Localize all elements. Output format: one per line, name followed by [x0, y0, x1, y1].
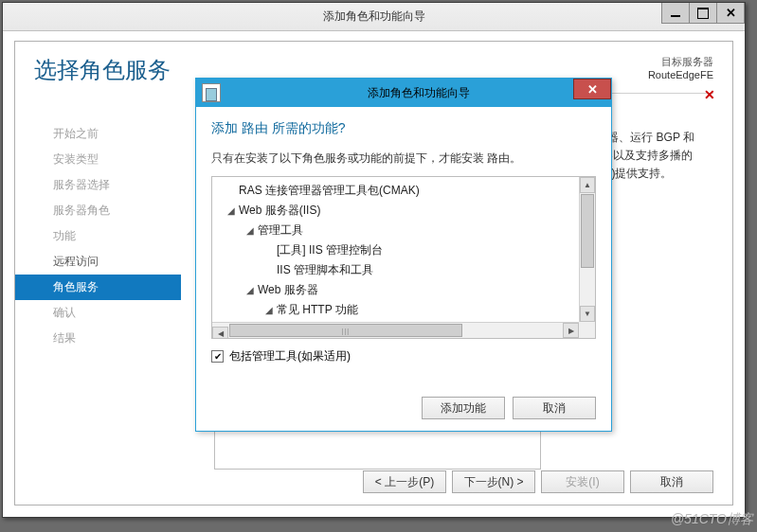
dialog-title: 添加角色和功能向导 — [226, 85, 611, 101]
dialog-description: 只有在安装了以下角色服务或功能的前提下，才能安装 路由。 — [211, 151, 596, 167]
sidebar-item-4[interactable]: 功能 — [15, 223, 181, 249]
tree-item-3[interactable]: [工具] IIS 管理控制台 — [216, 240, 575, 260]
prev-button[interactable]: < 上一步(P) — [363, 470, 446, 493]
dialog-cancel-button[interactable]: 取消 — [513, 397, 596, 419]
expand-icon[interactable]: ◢ — [227, 205, 237, 216]
add-features-dialog: 添加角色和功能向导 ✕ 添加 路由 所需的功能? 只有在安装了以下角色服务或功能… — [195, 78, 612, 432]
target-server-box: 目标服务器 RouteEdgeFE ✕ — [648, 55, 713, 80]
scroll-right-icon[interactable]: ▶ — [563, 323, 579, 338]
scroll-left-icon[interactable]: ◀ — [212, 327, 228, 340]
tree-item-6[interactable]: ◢常见 HTTP 功能 — [216, 300, 575, 320]
include-tools-checkbox[interactable]: ✔ — [211, 350, 224, 363]
expand-icon[interactable]: ◢ — [246, 225, 256, 236]
install-button[interactable]: 安装(I) — [541, 470, 624, 493]
dialog-buttons: 添加功能 取消 — [422, 397, 596, 419]
footer-buttons: < 上一步(P) 下一步(N) > 安装(I) 取消 — [363, 470, 713, 493]
maximize-button[interactable] — [689, 3, 717, 24]
tree-item-1[interactable]: ◢Web 服务器(IIS) — [216, 201, 575, 221]
tree-inner[interactable]: RAS 连接管理器管理工具包(CMAK)◢Web 服务器(IIS)◢管理工具[工… — [212, 177, 579, 322]
sidebar-item-8[interactable]: 结果 — [15, 326, 181, 351]
target-name: RouteEdgeFE — [648, 69, 713, 80]
sidebar-item-2[interactable]: 服务器选择 — [15, 172, 181, 198]
close-button[interactable]: ✕ — [716, 3, 745, 24]
next-button[interactable]: 下一步(N) > — [452, 470, 535, 493]
tree-item-5[interactable]: ◢Web 服务器 — [216, 280, 575, 300]
dialog-question: 添加 路由 所需的功能? — [211, 120, 596, 137]
tree-item-4[interactable]: IIS 管理脚本和工具 — [216, 260, 575, 280]
add-features-button[interactable]: 添加功能 — [422, 397, 505, 419]
vscroll-thumb[interactable] — [581, 194, 594, 268]
wizard-sidebar: 开始之前安装类型服务器选择服务器角色功能远程访问角色服务确认结果 — [15, 117, 181, 457]
scroll-down-icon[interactable]: ▼ — [580, 306, 595, 322]
dialog-body: 添加 路由 所需的功能? 只有在安装了以下角色服务或功能的前提下，才能安装 路由… — [196, 107, 611, 374]
scroll-up-icon[interactable]: ▲ — [580, 177, 595, 193]
include-tools-label: 包括管理工具(如果适用) — [229, 348, 351, 364]
sidebar-item-1[interactable]: 安装类型 — [15, 147, 181, 172]
tree-item-2[interactable]: ◢管理工具 — [216, 221, 575, 240]
sidebar-item-6[interactable]: 角色服务 — [15, 275, 181, 300]
dialog-icon — [202, 83, 221, 102]
outer-window-title: 添加角色和功能向导 — [3, 9, 745, 25]
minimize-button[interactable] — [661, 3, 690, 24]
expand-icon[interactable]: ◢ — [246, 285, 256, 295]
scroll-corner — [579, 322, 595, 338]
feature-tree: RAS 连接管理器管理工具包(CMAK)◢Web 服务器(IIS)◢管理工具[工… — [211, 176, 596, 339]
outer-titlebar[interactable]: 添加角色和功能向导 ✕ — [3, 3, 745, 31]
expand-icon[interactable]: ◢ — [265, 305, 275, 315]
sidebar-item-0[interactable]: 开始之前 — [15, 121, 181, 147]
include-tools-row[interactable]: ✔ 包括管理工具(如果适用) — [211, 348, 596, 364]
dialog-close-button[interactable]: ✕ — [573, 79, 611, 99]
cancel-button[interactable]: 取消 — [630, 470, 713, 493]
sidebar-item-3[interactable]: 服务器角色 — [15, 198, 181, 223]
sidebar-item-5[interactable]: 远程访问 — [15, 249, 181, 275]
horizontal-scrollbar[interactable]: ◀ ▶ — [212, 322, 579, 338]
target-label: 目标服务器 — [648, 55, 713, 69]
sidebar-item-7[interactable]: 确认 — [15, 300, 181, 326]
error-icon[interactable]: ✕ — [704, 87, 715, 102]
hscroll-thumb[interactable] — [229, 324, 462, 337]
vertical-scrollbar[interactable]: ▲ ▼ — [579, 177, 595, 322]
tree-item-0[interactable]: RAS 连接管理器管理工具包(CMAK) — [216, 181, 575, 201]
window-buttons: ✕ — [662, 3, 745, 24]
dialog-titlebar[interactable]: 添加角色和功能向导 ✕ — [196, 79, 611, 107]
